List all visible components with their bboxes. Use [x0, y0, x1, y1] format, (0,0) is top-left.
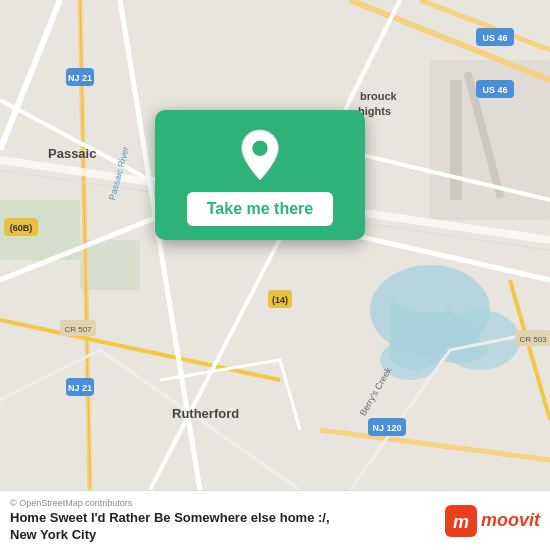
take-me-there-button[interactable]: Take me there	[187, 192, 333, 226]
moovit-icon: m	[445, 505, 477, 537]
location-card: Take me there	[155, 110, 365, 240]
moovit-brand-text: moovit	[481, 510, 540, 531]
svg-text:NJ 21: NJ 21	[68, 383, 92, 393]
svg-text:US 46: US 46	[482, 33, 507, 43]
svg-point-36	[252, 141, 267, 156]
svg-text:(60B): (60B)	[10, 223, 33, 233]
svg-rect-5	[450, 80, 462, 200]
attribution-text: © OpenStreetMap contributors	[10, 498, 330, 508]
moovit-logo: m moovit	[445, 505, 540, 537]
svg-text:US 46: US 46	[482, 85, 507, 95]
svg-text:CR 503: CR 503	[519, 335, 547, 344]
svg-text:NJ 120: NJ 120	[372, 423, 401, 433]
svg-text:Rutherford: Rutherford	[172, 406, 239, 421]
svg-text:(14): (14)	[272, 295, 288, 305]
destination-title: Home Sweet I'd Rather Be Somewhere else …	[10, 510, 330, 544]
location-pin-icon	[237, 128, 283, 182]
svg-text:CR 507: CR 507	[64, 325, 92, 334]
footer: © OpenStreetMap contributors Home Sweet …	[0, 490, 550, 550]
map-container: NJ 21 NJ 21 US 46 US 46 (60B) (36) (14) …	[0, 0, 550, 490]
map-background: NJ 21 NJ 21 US 46 US 46 (60B) (36) (14) …	[0, 0, 550, 490]
destination-line1: Home Sweet I'd Rather Be Somewhere else …	[10, 510, 330, 525]
svg-text:Passaic: Passaic	[48, 146, 96, 161]
destination-line2: New York City	[10, 527, 96, 542]
svg-text:m: m	[453, 512, 469, 532]
svg-text:brouck: brouck	[360, 90, 398, 102]
footer-text: © OpenStreetMap contributors Home Sweet …	[10, 498, 330, 544]
svg-text:NJ 21: NJ 21	[68, 73, 92, 83]
svg-rect-8	[80, 240, 140, 290]
